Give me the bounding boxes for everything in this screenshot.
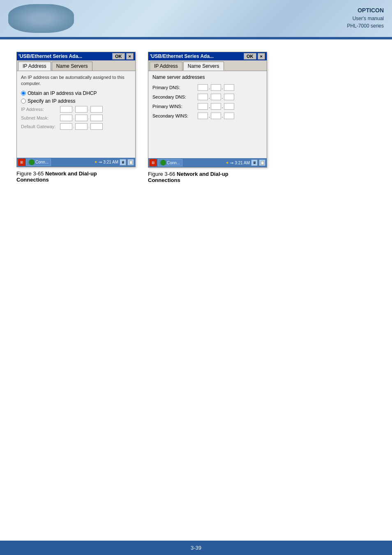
pwins-octet1[interactable] (198, 103, 208, 110)
conn-icon (29, 159, 35, 165)
page-number: 3-39 (191, 545, 201, 551)
radio-dhcp-label: Obtain an IP address via DHCP (28, 90, 97, 96)
dialog2-spacer (152, 122, 263, 153)
gateway-octet1[interactable] (60, 123, 72, 130)
ip-dot2: . (88, 107, 90, 111)
dialog2-taskbar-icon2[interactable]: 📋 (259, 159, 265, 166)
arrow-icon: ⇒ (99, 160, 102, 164)
subnet-octet1[interactable] (60, 115, 72, 121)
ip-octet3[interactable] (90, 106, 103, 113)
caption1-fignum: Figure 3-65 (16, 170, 44, 177)
taskbar-icon2-glyph: 📋 (129, 160, 133, 164)
field-secondary-wins: Secondary WINS: . . (152, 113, 263, 119)
dialog1-field-ip: IP Address: . . (21, 106, 131, 113)
dialog2-close-button[interactable]: × (258, 53, 265, 60)
swins-octet3[interactable] (224, 113, 234, 119)
field-secondary-dns: Secondary DNS: . . (152, 94, 263, 100)
primary-dns-inputs[interactable]: . . (198, 84, 234, 91)
ip-address-inputs[interactable]: . . (60, 106, 103, 113)
dialog1-field-subnet: Subnet Mask: . . (21, 115, 131, 121)
dialog2-taskbar-time-display: ✦ ⇒ 3:21 AM (226, 161, 250, 165)
brand-name: OPTICON (347, 6, 384, 15)
caption2-subtitle: Connections (148, 177, 180, 183)
ip-octet2[interactable] (75, 106, 88, 113)
primary-dns-label: Primary DNS: (152, 85, 198, 90)
conn-button[interactable]: Conn... (26, 159, 51, 166)
dialog2-title: 'USB/Ethernet Series Ada... (150, 53, 244, 59)
dialog2-arrow-icon: ⇒ (230, 161, 233, 165)
dialog1-tab-ns[interactable]: Name Servers (52, 62, 92, 71)
start-icon: ⊞ (20, 160, 23, 164)
dialog1-ok-button[interactable]: OK (112, 53, 125, 60)
field-subnet-label: Subnet Mask: (21, 115, 60, 120)
gateway-octet3[interactable] (90, 123, 103, 130)
sdns-octet3[interactable] (224, 94, 234, 100)
subnet-mask-inputs[interactable]: . . (60, 115, 103, 121)
dialog2-conn-button[interactable]: Conn... (158, 159, 182, 166)
dialog2-start-button[interactable]: ⊞ (150, 159, 157, 166)
radio-specify-label: Specify an IP address (28, 98, 76, 104)
subnet-octet2[interactable] (75, 115, 88, 121)
sdns-octet1[interactable] (198, 94, 208, 100)
gateway-octet2[interactable] (75, 123, 88, 130)
dialog1-radio-specify[interactable]: Specify an IP address (21, 98, 131, 104)
gateway-dot1: . (73, 124, 74, 129)
swins-octet1[interactable] (198, 113, 208, 119)
gateway-dot2: . (88, 124, 90, 129)
time-label: 3:21 AM (103, 160, 118, 164)
field-ip-label: IP Address: (21, 107, 60, 112)
dialog2-ok-button[interactable]: OK (244, 53, 256, 60)
dialog2-tab-ns[interactable]: Name Servers (183, 62, 224, 71)
primary-wins-label: Primary WINS: (152, 104, 198, 109)
swins-octet2[interactable] (211, 113, 221, 119)
dialog2-taskbar-right: ✦ ⇒ 3:21 AM 🖥 📋 (226, 159, 265, 166)
dialog2-body: Name server addresses Primary DNS: . . S… (148, 71, 267, 156)
caption1-subtitle: Connections (16, 177, 49, 183)
header-text: OPTICON User's manual PHL-7000 series (347, 6, 384, 30)
dialog1-column: 'USB/Ethernet Series Ada... OK × IP Addr… (16, 52, 136, 189)
dialog1-tab-ip[interactable]: IP Address (18, 62, 51, 71)
taskbar-time-display: ✦ ⇒ 3:21 AM (94, 160, 118, 164)
ns-label: Name server addresses (152, 74, 263, 80)
caption1: Figure 3-65 Network and Dial-up Connecti… (16, 167, 136, 189)
dialog2-conn-icon (160, 160, 166, 166)
dialog2-taskbar-icon1-glyph: 🖥 (253, 161, 256, 165)
subnet-octet3[interactable] (90, 115, 103, 121)
field-gateway-label: Default Gateway: (21, 124, 60, 129)
radio-dhcp-input[interactable] (21, 91, 26, 96)
manual-label: User's manual (347, 15, 384, 22)
primary-wins-inputs[interactable]: . . (198, 103, 234, 110)
start-button[interactable]: ⊞ (18, 159, 25, 166)
dialog2-tab-ip[interactable]: IP Address (150, 62, 182, 71)
secondary-dns-label: Secondary DNS: (152, 94, 198, 99)
dialog2-taskbar-icon1[interactable]: 🖥 (251, 159, 258, 166)
dialog1-body: An IP address can be automatically assig… (17, 71, 135, 156)
subnet-dot2: . (88, 115, 90, 120)
taskbar-icon2[interactable]: 📋 (127, 159, 134, 166)
dialog1-taskbar: ⊞ Conn... ✦ ⇒ 3:21 AM 🖥 📋 (17, 158, 135, 167)
gateway-inputs[interactable]: . . (60, 123, 103, 130)
sdns-octet2[interactable] (211, 94, 221, 100)
ip-octet1[interactable] (60, 106, 72, 113)
content-area: 'USB/Ethernet Series Ada... OK × IP Addr… (0, 39, 392, 202)
ip-dot1: . (73, 107, 74, 111)
pdns-octet3[interactable] (224, 84, 234, 91)
radio-specify-input[interactable] (21, 99, 26, 104)
dialog1-title: 'USB/Ethernet Series Ada... (18, 53, 112, 59)
dialog1-close-button[interactable]: × (126, 53, 134, 60)
pdns-octet2[interactable] (211, 84, 221, 91)
pwins-octet2[interactable] (211, 103, 221, 110)
secondary-dns-inputs[interactable]: . . (198, 94, 234, 100)
dialog1-description: An IP address can be automatically assig… (21, 74, 131, 87)
dialog2-titlebar: 'USB/Ethernet Series Ada... OK × (148, 52, 267, 60)
pdns-octet1[interactable] (198, 84, 208, 91)
dialog1-radio-dhcp[interactable]: Obtain an IP address via DHCP (21, 90, 131, 96)
dialog2-time-label: 3:21 AM (235, 161, 250, 165)
dialog1-tabs: IP Address Name Servers (17, 60, 135, 71)
dialog2: 'USB/Ethernet Series Ada... OK × IP Addr… (148, 52, 267, 168)
secondary-wins-inputs[interactable]: . . (198, 113, 234, 119)
caption2-fignum: Figure 3-66 (148, 171, 175, 177)
taskbar-icon1[interactable]: 🖥 (120, 159, 126, 166)
pwins-octet3[interactable] (224, 103, 234, 110)
caption2: Figure 3-66 Network and Dial-up Connecti… (148, 168, 267, 189)
